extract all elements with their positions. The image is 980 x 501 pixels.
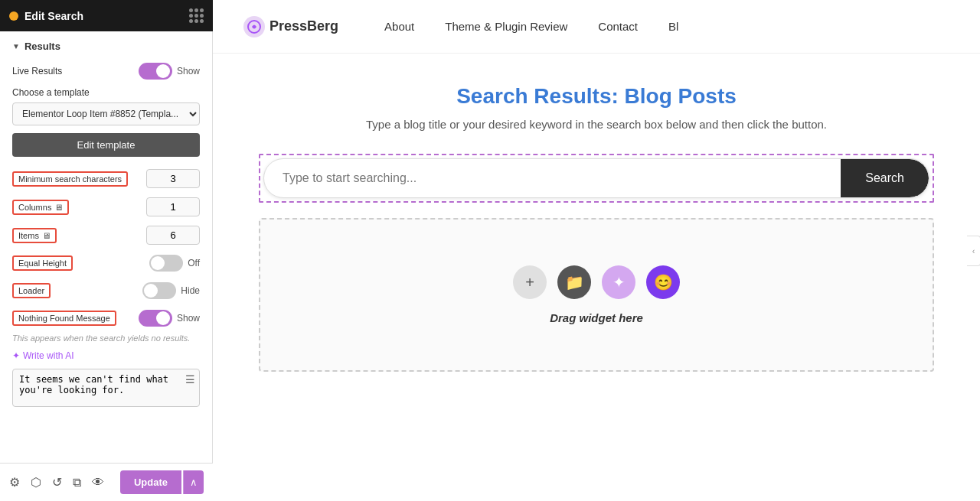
columns-row: Columns 🖥	[0, 193, 212, 221]
live-results-label: Live Results	[12, 66, 62, 76]
drop-text: Drag widget here	[550, 311, 643, 324]
search-container-outer: Search	[259, 154, 934, 203]
edit-template-button[interactable]: Edit template	[12, 133, 200, 157]
page-body: Search Results: Blog Posts Type a blog t…	[213, 54, 980, 501]
nav-link-contact[interactable]: Contact	[598, 20, 638, 33]
top-bar-left: Edit Search	[9, 10, 83, 22]
section-arrow-icon: ▼	[12, 42, 20, 50]
search-box: Search	[263, 158, 929, 198]
nav-link-about[interactable]: About	[384, 20, 414, 33]
textarea-menu-icon[interactable]: ☰	[185, 373, 195, 386]
min-search-label: Minimum search characters	[12, 171, 128, 187]
nav-bar: PressBerg About Theme & Plugin Review Co…	[213, 0, 980, 54]
items-label: Items 🖥	[12, 228, 57, 243]
update-chevron-button[interactable]: ∧	[183, 470, 204, 494]
nothing-found-toggle-wrap: Show	[139, 310, 200, 327]
equal-height-toggle-wrap: Off	[149, 255, 200, 272]
search-button[interactable]: Search	[841, 159, 929, 197]
nothing-found-toggle[interactable]	[139, 310, 172, 327]
layers-icon[interactable]: ⬡	[31, 475, 41, 490]
minimize-dot[interactable]	[9, 11, 18, 21]
top-bar: Edit Search	[0, 0, 213, 31]
grid-icon[interactable]	[189, 8, 204, 23]
search-input[interactable]	[264, 159, 841, 197]
choose-template-label: Choose a template	[0, 84, 212, 99]
nav-link-theme[interactable]: Theme & Plugin Review	[445, 20, 567, 33]
nothing-found-toggle-knob	[156, 311, 170, 325]
add-widget-button[interactable]: +	[513, 265, 547, 299]
live-results-toggle[interactable]	[139, 63, 172, 80]
live-results-toggle-wrap: Show	[139, 63, 200, 80]
write-ai-link[interactable]: ✦ Write with AI	[0, 347, 212, 364]
copy-icon[interactable]: ⧉	[73, 476, 81, 490]
history-icon[interactable]: ↺	[52, 475, 62, 490]
equal-height-toggle-knob	[151, 256, 165, 270]
loader-toggle[interactable]	[142, 282, 176, 299]
loader-label: Loader	[12, 283, 51, 298]
nav-logo: PressBerg	[243, 16, 338, 37]
update-button[interactable]: Update	[120, 470, 181, 494]
items-input[interactable]	[146, 226, 200, 245]
settings-icon[interactable]: ⚙	[9, 475, 20, 490]
nothing-found-textarea-row: It seems we can't find what you're looki…	[0, 364, 212, 415]
bottom-icons: ⚙ ⬡ ↺ ⧉ 👁	[9, 475, 104, 490]
live-results-row: Live Results Show	[0, 58, 212, 84]
equal-height-label: Equal Height	[12, 255, 73, 271]
columns-input[interactable]	[146, 197, 200, 216]
loader-toggle-label: Hide	[181, 285, 200, 296]
hint-text: This appears when the search yields no r…	[0, 332, 212, 347]
items-row: Items 🖥	[0, 221, 212, 249]
nothing-found-toggle-label: Show	[177, 313, 200, 324]
drop-icons: + 📁 ✦ 😊	[513, 265, 680, 299]
sidebar: Edit Search ▼ Results Live Results	[0, 0, 213, 501]
columns-label: Columns 🖥	[12, 200, 69, 215]
loader-toggle-wrap: Hide	[142, 282, 200, 299]
min-search-row: Minimum search characters	[0, 164, 212, 193]
min-search-input[interactable]	[146, 169, 200, 188]
nothing-found-textarea[interactable]: It seems we can't find what you're looki…	[12, 369, 200, 407]
update-btn-wrap: Update ∧	[120, 470, 204, 494]
sidebar-content: ▼ Results Live Results Show Choose a tem…	[0, 31, 212, 501]
logo-text: PressBerg	[270, 18, 338, 34]
loader-row: Loader Hide	[0, 277, 212, 304]
items-monitor-icon: 🖥	[42, 231, 51, 240]
top-bar-title: Edit Search	[24, 10, 83, 22]
equal-height-row: Equal Height Off	[0, 249, 212, 277]
eye-icon[interactable]: 👁	[92, 476, 104, 490]
drop-zone: + 📁 ✦ 😊 Drag widget here	[259, 218, 934, 372]
logo-icon	[243, 16, 265, 37]
results-section-label: Results	[24, 41, 60, 52]
equal-height-toggle-label: Off	[188, 258, 200, 268]
face-button[interactable]: 😊	[646, 265, 680, 299]
monitor-icon: 🖥	[54, 203, 63, 212]
nav-link-bl[interactable]: Bl	[668, 20, 678, 33]
write-ai-label: Write with AI	[23, 350, 74, 361]
page-subtitle: Type a blog title or your desired keywor…	[259, 118, 934, 131]
ai-sparkle-icon: ✦	[12, 350, 20, 361]
toggle-knob	[156, 64, 170, 78]
equal-height-toggle[interactable]	[149, 255, 183, 272]
loader-toggle-knob	[144, 284, 158, 298]
template-select[interactable]: Elementor Loop Item #8852 (Templa...	[12, 102, 200, 125]
results-section-header[interactable]: ▼ Results	[0, 31, 212, 58]
nothing-found-label: Nothing Found Message	[12, 311, 116, 326]
page-title: Search Results: Blog Posts	[259, 84, 934, 109]
nothing-found-row: Nothing Found Message Show	[0, 304, 212, 332]
collapse-handle[interactable]: ‹	[967, 236, 980, 266]
folder-button[interactable]: 📁	[557, 265, 591, 299]
bottom-toolbar: ⚙ ⬡ ↺ ⧉ 👁 Update ∧	[0, 463, 213, 501]
magic-button[interactable]: ✦	[602, 265, 635, 299]
main-content: PressBerg About Theme & Plugin Review Co…	[213, 0, 980, 501]
live-results-toggle-label: Show	[177, 66, 200, 76]
